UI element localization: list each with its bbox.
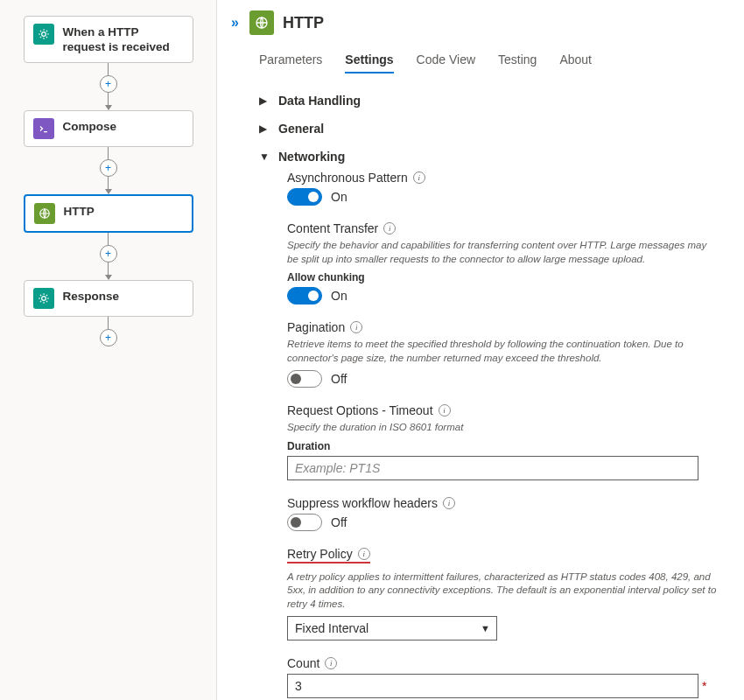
svg-point-0 bbox=[41, 32, 46, 37]
setting-pagination: Pagination i Retrieve items to meet the … bbox=[287, 320, 719, 388]
http-icon bbox=[34, 203, 55, 224]
connector: + bbox=[11, 233, 206, 280]
help-text: Specify the behavior and capabilities fo… bbox=[287, 239, 719, 266]
chevron-down-icon: ▼ bbox=[259, 150, 270, 163]
add-step-button[interactable]: + bbox=[100, 159, 117, 177]
tabs: Parameters Settings Code View Testing Ab… bbox=[259, 47, 728, 74]
help-text: Retrieve items to meet the specified thr… bbox=[287, 338, 719, 365]
setting-timeout: Request Options - Timeout i Specify the … bbox=[287, 403, 719, 480]
info-icon[interactable]: i bbox=[325, 657, 337, 669]
info-icon[interactable]: i bbox=[350, 321, 362, 333]
node-http[interactable]: HTTP bbox=[24, 194, 193, 233]
section-title: Data Handling bbox=[278, 94, 361, 108]
allow-chunking-toggle[interactable] bbox=[287, 287, 322, 304]
count-input[interactable] bbox=[287, 674, 698, 698]
response-icon bbox=[33, 288, 54, 309]
tab-code-view[interactable]: Code View bbox=[417, 47, 475, 74]
section-networking[interactable]: ▼ Networking bbox=[229, 143, 728, 171]
node-label: When a HTTP request is received bbox=[63, 24, 184, 55]
required-indicator: * bbox=[702, 679, 706, 693]
chevron-right-icon: ▶ bbox=[259, 94, 270, 107]
pagination-toggle[interactable] bbox=[287, 370, 322, 388]
section-general[interactable]: ▶ General bbox=[229, 115, 728, 143]
duration-input[interactable] bbox=[287, 456, 698, 480]
help-text: A retry policy applies to intermittent f… bbox=[287, 570, 719, 612]
tab-about[interactable]: About bbox=[559, 47, 592, 74]
retry-policy-select[interactable] bbox=[287, 616, 497, 640]
toggle-state: On bbox=[331, 190, 347, 204]
connector: + bbox=[11, 317, 206, 346]
help-text: Specify the duration in ISO 8601 format bbox=[287, 421, 719, 435]
details-pane: » HTTP Parameters Settings Code View Tes… bbox=[217, 0, 744, 700]
setting-label: Retry Policy bbox=[287, 547, 353, 561]
setting-label: Suppress workflow headers bbox=[287, 496, 438, 510]
setting-label: Pagination bbox=[287, 320, 345, 334]
node-response[interactable]: Response bbox=[24, 280, 193, 317]
add-step-button[interactable]: + bbox=[100, 329, 117, 346]
suppress-headers-toggle[interactable] bbox=[287, 514, 322, 531]
setting-label: Request Options - Timeout bbox=[287, 403, 433, 417]
setting-label: Content Transfer bbox=[287, 221, 378, 235]
node-label: Compose bbox=[63, 118, 117, 135]
setting-retry-policy: Retry Policy i A retry policy applies to… bbox=[287, 547, 719, 641]
chevron-right-icon: ▶ bbox=[259, 122, 270, 135]
networking-body: Asynchronous Pattern i On Content Transf… bbox=[229, 171, 728, 700]
connector: + bbox=[11, 63, 206, 110]
tab-settings[interactable]: Settings bbox=[345, 47, 393, 74]
add-step-button[interactable]: + bbox=[100, 75, 117, 93]
compose-icon bbox=[33, 118, 54, 139]
setting-async-pattern: Asynchronous Pattern i On bbox=[287, 171, 719, 206]
tab-parameters[interactable]: Parameters bbox=[259, 47, 322, 74]
node-http-request[interactable]: When a HTTP request is received bbox=[24, 16, 193, 63]
toggle-state: On bbox=[331, 289, 347, 303]
info-icon[interactable]: i bbox=[413, 172, 425, 184]
http-icon bbox=[249, 10, 274, 35]
connector: + bbox=[11, 147, 206, 194]
pane-title: HTTP bbox=[283, 14, 324, 32]
async-pattern-toggle[interactable] bbox=[287, 188, 322, 206]
add-step-button[interactable]: + bbox=[100, 245, 117, 262]
setting-content-transfer: Content Transfer i Specify the behavior … bbox=[287, 221, 719, 304]
node-label: Response bbox=[63, 288, 120, 304]
section-title: Networking bbox=[278, 150, 345, 164]
collapse-pane-button[interactable]: » bbox=[229, 13, 241, 32]
info-icon[interactable]: i bbox=[443, 497, 455, 509]
info-icon[interactable]: i bbox=[383, 222, 396, 234]
section-title: General bbox=[278, 122, 324, 136]
info-icon[interactable]: i bbox=[439, 404, 451, 416]
duration-label: Duration bbox=[287, 440, 719, 452]
allow-chunking-label: Allow chunking bbox=[287, 271, 719, 284]
node-label: HTTP bbox=[64, 203, 95, 220]
tab-testing[interactable]: Testing bbox=[498, 47, 537, 74]
workflow-canvas: When a HTTP request is received + Compos… bbox=[0, 0, 217, 700]
node-compose[interactable]: Compose bbox=[24, 110, 193, 147]
info-icon[interactable]: i bbox=[358, 548, 370, 560]
svg-point-2 bbox=[41, 296, 46, 300]
pane-header: » HTTP bbox=[229, 10, 728, 35]
setting-label: Asynchronous Pattern bbox=[287, 171, 408, 185]
setting-label: Count bbox=[287, 656, 319, 670]
toggle-state: Off bbox=[331, 372, 347, 386]
setting-suppress-headers: Suppress workflow headers i Off bbox=[287, 496, 719, 531]
section-data-handling[interactable]: ▶ Data Handling bbox=[229, 87, 728, 115]
http-request-icon bbox=[33, 24, 54, 45]
toggle-state: Off bbox=[331, 515, 347, 529]
setting-retry-count: Count i * bbox=[287, 656, 719, 698]
